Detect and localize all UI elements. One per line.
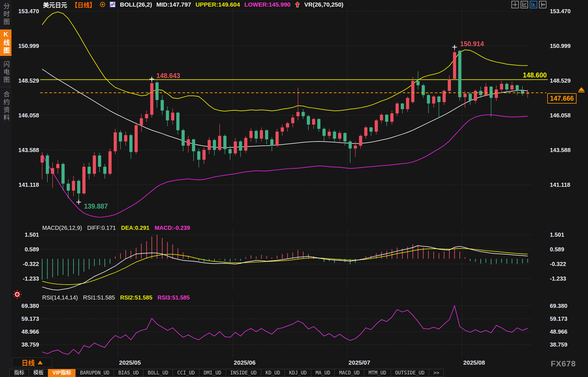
svg-text:59.173: 59.173 [550,316,567,322]
axis-labels: 153.470153.470150.999150.999148.529148.5… [18,8,571,366]
trading-app: 分时图K线图闪电图合约资料 美元日元 【日线】 BOLL(26,2) MID:1… [0,0,588,377]
price-marks [76,45,457,204]
bottom-tab-16[interactable]: >> [429,369,444,377]
rsi-header: RSI(14,14,14) RSI1:51.585 RSI2:51.585 RS… [42,294,190,301]
rsi3-value: RSI3:51.585 [157,294,190,301]
ann-hline-label: 148.600 [495,71,547,79]
bottom-tab-3[interactable]: VIP指标 [48,369,76,377]
bottom-tab-4[interactable]: BARUPDN_UD [75,369,114,377]
svg-text:69.380: 69.380 [550,303,567,309]
bottom-tab-12[interactable]: MA_UD [311,369,335,377]
bottom-tab-9[interactable]: INSIDE_UD [226,369,261,377]
annotation-april-low: 139.887 [84,203,108,210]
macd-label: MACD(26,12,9) [42,225,82,231]
svg-text:0.589: 0.589 [550,246,564,252]
bottom-tab-2[interactable]: 模板 [29,369,48,377]
svg-text:69.380: 69.380 [22,303,39,309]
svg-text:-1.233: -1.233 [550,275,566,282]
indicator-tab-bar: 指标模板VIP指标BARUPDN_UDBIAS_UDBOLL_UDCCI_UDD… [10,369,444,377]
watermark: FX678 [551,359,576,368]
svg-text:-1.233: -1.233 [23,275,39,282]
rsi-label: RSI(14,14,14) [42,294,78,301]
annotation-july-high: 150.914 [460,40,484,48]
x-axis-label: 2025/08 [463,359,485,366]
svg-text:59.173: 59.173 [22,316,39,322]
svg-text:38.759: 38.759 [22,341,39,348]
x-axis-label: 2025/07 [348,359,370,366]
bottom-tab-15[interactable]: OUTSIDE_UD [391,369,429,377]
svg-text:48.966: 48.966 [550,329,567,335]
svg-text:153.470: 153.470 [18,8,39,14]
macd-value: MACD:-0.239 [155,225,190,231]
period-selector[interactable]: 日线 [12,357,52,367]
triangle-up-icon [38,361,43,364]
macd-header: MACD(26,12,9) DIFF:0.171 DEA:0.291 MACD:… [42,225,190,231]
svg-text:-0.322: -0.322 [550,261,566,267]
svg-text:150.999: 150.999 [550,43,571,49]
bottom-tab-10[interactable]: KD_UD [261,369,285,377]
svg-text:48.966: 48.966 [22,329,39,335]
bottom-tab-14[interactable]: MTM_UD [364,369,391,377]
x-axis-label: 2025/06 [234,359,256,366]
svg-text:150.999: 150.999 [18,43,39,49]
svg-text:143.588: 143.588 [550,147,571,153]
macd-diff-value: DIFF:0.171 [87,225,116,231]
bottom-tab-6[interactable]: BOLL_UD [143,369,173,377]
bottom-tab-13[interactable]: MACD_UD [334,369,364,377]
macd-dea-value: DEA:0.291 [121,225,149,231]
rsi2-value: RSI2:51.585 [120,294,152,301]
svg-text:1.501: 1.501 [25,232,39,238]
svg-text:148.529: 148.529 [18,77,39,84]
bottom-tab-8[interactable]: DMI_UD [199,369,226,377]
live-indicator-icon [12,289,22,301]
svg-text:0.589: 0.589 [25,246,39,252]
macd-histogram [42,235,528,280]
rsi-line [42,306,528,354]
boll-lower-line [42,115,528,217]
price-up-marker-icon [578,87,585,93]
bottom-tab-11[interactable]: KDJ_UD [285,369,311,377]
svg-text:143.588: 143.588 [18,147,39,153]
last-price-tag: 147.666 [547,93,577,104]
svg-text:153.470: 153.470 [550,8,571,14]
svg-text:141.118: 141.118 [19,182,39,188]
period-label: 日线 [22,357,35,367]
bottom-tab-5[interactable]: BIAS_UD [114,369,143,377]
svg-text:146.058: 146.058 [550,112,571,118]
annotation-may-high: 148.643 [156,72,180,80]
bottom-tab-1[interactable]: 指标 [9,369,29,377]
x-axis-label: 2025/05 [119,359,141,366]
rsi1-value: RSI1:51.585 [83,294,115,301]
svg-text:141.118: 141.118 [550,182,570,188]
main-chart-svg[interactable]: 153.470153.470150.999150.999148.529148.5… [0,0,588,377]
svg-text:1.501: 1.501 [550,232,564,238]
svg-text:148.529: 148.529 [550,77,571,84]
svg-text:146.058: 146.058 [18,112,39,118]
bottom-tab-7[interactable]: CCI_UD [173,369,199,377]
svg-text:-0.322: -0.322 [23,261,39,267]
candles-layer [41,47,529,202]
svg-text:38.759: 38.759 [550,341,567,348]
